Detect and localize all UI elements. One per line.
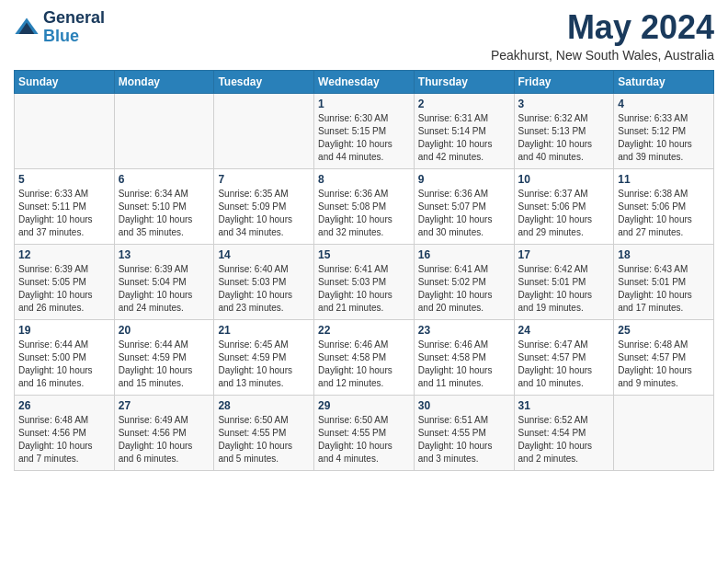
calendar-cell: 8Sunrise: 6:36 AM Sunset: 5:08 PM Daylig… [314, 168, 415, 244]
day-number: 10 [518, 173, 610, 186]
calendar-week-3: 12Sunrise: 6:39 AM Sunset: 5:05 PM Dayli… [15, 244, 714, 319]
calendar-week-1: 1Sunrise: 6:30 AM Sunset: 5:15 PM Daylig… [15, 93, 714, 168]
calendar-cell: 13Sunrise: 6:39 AM Sunset: 5:04 PM Dayli… [114, 244, 214, 319]
day-number: 17 [518, 248, 610, 261]
calendar-cell: 6Sunrise: 6:34 AM Sunset: 5:10 PM Daylig… [114, 168, 214, 244]
calendar-cell: 7Sunrise: 6:35 AM Sunset: 5:09 PM Daylig… [214, 168, 314, 244]
day-info: Sunrise: 6:51 AM Sunset: 4:55 PM Dayligh… [418, 414, 510, 465]
calendar-week-2: 5Sunrise: 6:33 AM Sunset: 5:11 PM Daylig… [15, 168, 714, 244]
day-info: Sunrise: 6:50 AM Sunset: 4:55 PM Dayligh… [318, 414, 410, 465]
day-info: Sunrise: 6:49 AM Sunset: 4:56 PM Dayligh… [119, 414, 210, 465]
day-info: Sunrise: 6:41 AM Sunset: 5:02 PM Dayligh… [418, 263, 510, 315]
day-info: Sunrise: 6:48 AM Sunset: 4:57 PM Dayligh… [618, 339, 710, 390]
month-title: May 2024 [491, 9, 714, 46]
calendar-cell [614, 395, 714, 470]
day-info: Sunrise: 6:47 AM Sunset: 4:57 PM Dayligh… [518, 339, 610, 390]
calendar-cell: 18Sunrise: 6:43 AM Sunset: 5:01 PM Dayli… [614, 244, 714, 319]
calendar-cell: 17Sunrise: 6:42 AM Sunset: 5:01 PM Dayli… [514, 244, 614, 319]
day-number: 12 [18, 248, 110, 261]
calendar-cell: 4Sunrise: 6:33 AM Sunset: 5:12 PM Daylig… [614, 93, 714, 168]
calendar-cell [214, 93, 314, 168]
header-monday: Monday [114, 70, 214, 93]
calendar-cell [15, 93, 115, 168]
calendar-cell: 15Sunrise: 6:41 AM Sunset: 5:03 PM Dayli… [314, 244, 415, 319]
calendar-cell: 27Sunrise: 6:49 AM Sunset: 4:56 PM Dayli… [114, 395, 214, 470]
day-info: Sunrise: 6:36 AM Sunset: 5:07 PM Dayligh… [418, 188, 510, 239]
header-wednesday: Wednesday [314, 70, 415, 93]
day-info: Sunrise: 6:42 AM Sunset: 5:01 PM Dayligh… [518, 263, 610, 315]
calendar-cell: 23Sunrise: 6:46 AM Sunset: 4:58 PM Dayli… [414, 319, 514, 395]
day-number: 23 [418, 324, 510, 337]
day-info: Sunrise: 6:33 AM Sunset: 5:12 PM Dayligh… [618, 112, 710, 164]
day-info: Sunrise: 6:35 AM Sunset: 5:09 PM Dayligh… [218, 188, 310, 239]
calendar-week-5: 26Sunrise: 6:48 AM Sunset: 4:56 PM Dayli… [15, 395, 714, 470]
day-number: 18 [618, 248, 710, 261]
calendar-cell: 31Sunrise: 6:52 AM Sunset: 4:54 PM Dayli… [514, 395, 614, 470]
calendar-cell: 16Sunrise: 6:41 AM Sunset: 5:02 PM Dayli… [414, 244, 514, 319]
calendar-cell: 29Sunrise: 6:50 AM Sunset: 4:55 PM Dayli… [314, 395, 415, 470]
calendar-cell: 19Sunrise: 6:44 AM Sunset: 5:00 PM Dayli… [15, 319, 115, 395]
calendar-cell: 24Sunrise: 6:47 AM Sunset: 4:57 PM Dayli… [514, 319, 614, 395]
day-number: 11 [618, 173, 710, 186]
day-number: 30 [418, 399, 510, 412]
calendar-cell: 12Sunrise: 6:39 AM Sunset: 5:05 PM Dayli… [15, 244, 115, 319]
calendar-body: 1Sunrise: 6:30 AM Sunset: 5:15 PM Daylig… [15, 93, 714, 470]
day-info: Sunrise: 6:38 AM Sunset: 5:06 PM Dayligh… [618, 188, 710, 239]
day-info: Sunrise: 6:46 AM Sunset: 4:58 PM Dayligh… [318, 339, 410, 390]
day-number: 27 [119, 399, 210, 412]
day-number: 9 [418, 173, 510, 186]
day-info: Sunrise: 6:44 AM Sunset: 4:59 PM Dayligh… [119, 339, 210, 390]
day-info: Sunrise: 6:32 AM Sunset: 5:13 PM Dayligh… [518, 112, 610, 164]
day-number: 22 [318, 324, 410, 337]
day-number: 2 [418, 98, 510, 110]
day-info: Sunrise: 6:45 AM Sunset: 4:59 PM Dayligh… [218, 339, 310, 390]
day-info: Sunrise: 6:43 AM Sunset: 5:01 PM Dayligh… [618, 263, 710, 315]
header-sunday: Sunday [15, 70, 115, 93]
day-info: Sunrise: 6:30 AM Sunset: 5:15 PM Dayligh… [318, 112, 410, 164]
day-number: 16 [418, 248, 510, 261]
day-info: Sunrise: 6:39 AM Sunset: 5:04 PM Dayligh… [119, 263, 210, 315]
calendar-cell: 11Sunrise: 6:38 AM Sunset: 5:06 PM Dayli… [614, 168, 714, 244]
calendar-cell: 5Sunrise: 6:33 AM Sunset: 5:11 PM Daylig… [15, 168, 115, 244]
calendar-cell: 10Sunrise: 6:37 AM Sunset: 5:06 PM Dayli… [514, 168, 614, 244]
day-number: 26 [18, 399, 110, 412]
day-info: Sunrise: 6:40 AM Sunset: 5:03 PM Dayligh… [218, 263, 310, 315]
calendar-cell: 22Sunrise: 6:46 AM Sunset: 4:58 PM Dayli… [314, 319, 415, 395]
calendar-header: Sunday Monday Tuesday Wednesday Thursday… [15, 70, 714, 93]
day-number: 5 [18, 173, 110, 186]
day-number: 31 [518, 399, 610, 412]
day-info: Sunrise: 6:34 AM Sunset: 5:10 PM Dayligh… [119, 188, 210, 239]
day-number: 14 [218, 248, 310, 261]
calendar-cell: 2Sunrise: 6:31 AM Sunset: 5:14 PM Daylig… [414, 93, 514, 168]
day-info: Sunrise: 6:39 AM Sunset: 5:05 PM Dayligh… [18, 263, 110, 315]
logo: General Blue [14, 9, 105, 46]
calendar-cell: 25Sunrise: 6:48 AM Sunset: 4:57 PM Dayli… [614, 319, 714, 395]
day-number: 25 [618, 324, 710, 337]
day-info: Sunrise: 6:46 AM Sunset: 4:58 PM Dayligh… [418, 339, 510, 390]
day-number: 19 [18, 324, 110, 337]
day-number: 4 [618, 98, 710, 110]
calendar-table: Sunday Monday Tuesday Wednesday Thursday… [14, 70, 714, 471]
day-number: 15 [318, 248, 410, 261]
days-of-week-row: Sunday Monday Tuesday Wednesday Thursday… [15, 70, 714, 93]
calendar-cell: 21Sunrise: 6:45 AM Sunset: 4:59 PM Dayli… [214, 319, 314, 395]
calendar-cell: 30Sunrise: 6:51 AM Sunset: 4:55 PM Dayli… [414, 395, 514, 470]
calendar-cell: 9Sunrise: 6:36 AM Sunset: 5:07 PM Daylig… [414, 168, 514, 244]
header-thursday: Thursday [414, 70, 514, 93]
day-number: 7 [218, 173, 310, 186]
day-number: 20 [119, 324, 210, 337]
day-number: 6 [119, 173, 210, 186]
day-info: Sunrise: 6:37 AM Sunset: 5:06 PM Dayligh… [518, 188, 610, 239]
calendar-cell: 28Sunrise: 6:50 AM Sunset: 4:55 PM Dayli… [214, 395, 314, 470]
day-info: Sunrise: 6:50 AM Sunset: 4:55 PM Dayligh… [218, 414, 310, 465]
calendar-week-4: 19Sunrise: 6:44 AM Sunset: 5:00 PM Dayli… [15, 319, 714, 395]
title-block: May 2024 Peakhurst, New South Wales, Aus… [491, 9, 714, 63]
day-number: 13 [119, 248, 210, 261]
day-info: Sunrise: 6:36 AM Sunset: 5:08 PM Dayligh… [318, 188, 410, 239]
logo-text: General Blue [43, 9, 105, 46]
day-info: Sunrise: 6:31 AM Sunset: 5:14 PM Dayligh… [418, 112, 510, 164]
page-header: General Blue May 2024 Peakhurst, New Sou… [14, 9, 714, 63]
day-info: Sunrise: 6:48 AM Sunset: 4:56 PM Dayligh… [18, 414, 110, 465]
logo-icon [14, 15, 40, 40]
calendar-cell: 14Sunrise: 6:40 AM Sunset: 5:03 PM Dayli… [214, 244, 314, 319]
